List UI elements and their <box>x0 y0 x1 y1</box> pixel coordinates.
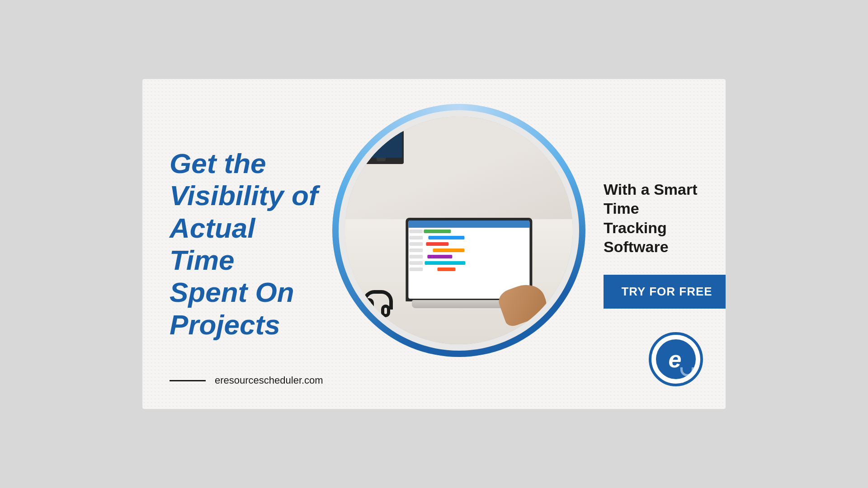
try-for-free-button[interactable]: TRY FOR FREE <box>604 275 726 309</box>
logo-letter: e <box>669 347 682 371</box>
ad-banner: Get the Visibility of Actual Time Spent … <box>142 79 726 409</box>
headline: Get the Visibility of Actual Time Spent … <box>170 147 323 341</box>
laptop-screen <box>408 221 529 299</box>
laptop-scene <box>345 117 573 344</box>
monitor <box>359 130 404 164</box>
logo-arc <box>680 367 694 376</box>
headphones-right <box>381 305 390 317</box>
gantt-body <box>408 228 529 274</box>
subtitle: With a Smart Time Tracking Software <box>604 180 726 257</box>
monitor-screen <box>360 132 402 158</box>
center-section <box>332 131 585 357</box>
circle-frame <box>332 104 585 357</box>
bottom-line-decoration <box>170 380 206 381</box>
logo-inner: e <box>656 339 696 379</box>
bottom-bar: eresourcescheduler.com <box>170 375 323 386</box>
gantt-header <box>408 221 529 228</box>
website-url: eresourcescheduler.com <box>215 375 323 386</box>
left-section: Get the Visibility of Actual Time Spent … <box>142 120 332 368</box>
brand-logo: e <box>649 332 703 386</box>
circle-inner-content <box>345 117 573 344</box>
monitor-stand <box>377 158 386 161</box>
right-section: With a Smart Time Tracking Software TRY … <box>585 153 726 336</box>
